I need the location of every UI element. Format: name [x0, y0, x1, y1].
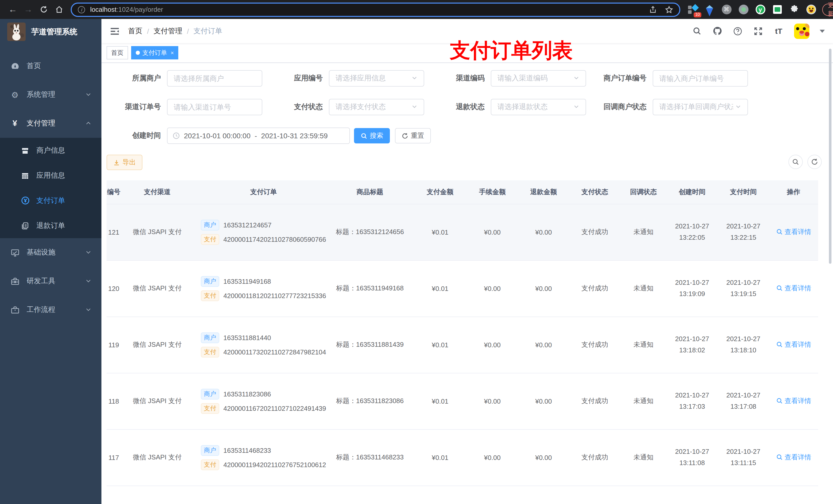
- browser-back-icon[interactable]: ←: [5, 2, 21, 17]
- sidebar-item-refund-order[interactable]: 退款订单: [0, 213, 101, 238]
- tab-close-icon[interactable]: ×: [171, 50, 174, 56]
- pay-tag: 支付: [201, 403, 219, 414]
- owner-input[interactable]: [167, 70, 262, 87]
- table-row: 121 微信 JSAPI 支付 商户1635312124657 支付420000…: [106, 204, 818, 260]
- table-row: 120 微信 JSAPI 支付 商户1635311949168 支付420000…: [106, 260, 818, 316]
- browser-reload-icon[interactable]: [36, 2, 51, 17]
- view-detail-link[interactable]: 查看详情: [776, 284, 811, 293]
- extension-grid-icon[interactable]: 10: [688, 4, 698, 15]
- reset-button[interactable]: 重置: [395, 128, 431, 143]
- search-button[interactable]: 搜索: [354, 128, 390, 143]
- monitor-icon: [10, 248, 20, 257]
- recorder-extension-icon[interactable]: [738, 4, 748, 15]
- help-icon[interactable]: [733, 26, 743, 36]
- tab-label: 支付订单: [142, 48, 167, 57]
- hamburger-icon[interactable]: [110, 26, 120, 36]
- extensions-puzzle-icon[interactable]: [789, 4, 799, 15]
- col-created: 创建时间: [667, 180, 718, 204]
- address-bar[interactable]: i localhost:1024/pay/order: [71, 2, 680, 17]
- chat-extension-icon[interactable]: [772, 4, 782, 15]
- sidebar-item-infra[interactable]: 基础设施: [0, 238, 101, 267]
- extension-row: 10 ⌘ y: [688, 4, 816, 15]
- profile-avatar-icon[interactable]: [806, 4, 816, 15]
- tab-pay-order[interactable]: 支付订单 ×: [131, 46, 178, 59]
- filter-label-owner: 所属商户: [106, 74, 167, 83]
- avatar-caret-icon[interactable]: [820, 29, 825, 32]
- search-icon: [361, 133, 367, 139]
- browser-home-icon[interactable]: [51, 2, 67, 17]
- filter-label-callback-status: 回调商户状态: [592, 102, 653, 112]
- merchant-tag: 商户: [201, 332, 219, 343]
- filter-label-created-time: 创建时间: [106, 131, 167, 140]
- range-end-value: 2021-10-31 23:59:59: [261, 131, 328, 140]
- chrome-update-button[interactable]: 更新: [822, 3, 833, 16]
- sidebar-item-system[interactable]: ⚙ 系统管理: [0, 80, 101, 109]
- merchant-order-no-input[interactable]: [653, 70, 748, 87]
- chevron-down-icon: [86, 277, 91, 285]
- col-paid: 支付时间: [718, 180, 769, 204]
- font-size-icon[interactable]: tT: [774, 26, 784, 36]
- pay-tag: 支付: [201, 290, 219, 301]
- view-detail-link[interactable]: 查看详情: [776, 340, 811, 349]
- view-detail-link[interactable]: 查看详情: [776, 453, 811, 462]
- sidebar-item-pay[interactable]: ¥ 支付管理: [0, 109, 101, 138]
- tab-home[interactable]: 首页: [106, 46, 128, 59]
- chevron-up-icon: [86, 119, 91, 127]
- app-logo[interactable]: 芋道管理系统: [0, 19, 101, 45]
- view-detail-link[interactable]: 查看详情: [776, 227, 811, 237]
- sidebar-item-workflow[interactable]: 工作流程: [0, 295, 101, 324]
- callback-status-select[interactable]: 请选择订单回调商户状态: [653, 99, 748, 115]
- toggle-search-button[interactable]: [788, 155, 803, 169]
- share-icon[interactable]: [649, 6, 657, 13]
- app-select[interactable]: 请选择应用信息: [329, 70, 424, 87]
- breadcrumb-home[interactable]: 首页: [128, 26, 142, 35]
- navbar-actions: tT: [692, 23, 825, 39]
- shop-icon: [21, 146, 30, 154]
- col-amount: 支付金额: [413, 180, 467, 204]
- y-extension-icon[interactable]: y: [755, 4, 765, 15]
- sidebar-item-label: 支付管理: [27, 119, 55, 128]
- refresh-icon: [402, 133, 408, 139]
- table-row: 119 微信 JSAPI 支付 商户1635311881440 支付420000…: [106, 316, 818, 373]
- grid-icon: [21, 171, 30, 179]
- site-info-icon[interactable]: i: [78, 6, 85, 13]
- breadcrumb-pay[interactable]: 支付管理: [154, 26, 182, 35]
- view-detail-link[interactable]: 查看详情: [776, 397, 811, 406]
- sidebar-item-merchant-info[interactable]: 商户信息: [0, 138, 101, 163]
- filter-label-pay-status: 支付状态: [268, 102, 329, 112]
- briefcase-icon: [10, 306, 20, 314]
- channel-code-select[interactable]: 请输入渠道编码: [491, 70, 586, 87]
- bookmark-star-icon[interactable]: [665, 5, 673, 14]
- search-icon[interactable]: [692, 26, 702, 36]
- sidebar-item-home[interactable]: 首页: [0, 52, 101, 80]
- browser-forward-icon[interactable]: →: [21, 2, 36, 17]
- sidebar-item-devtools[interactable]: 研发工具: [0, 267, 101, 295]
- user-avatar[interactable]: [794, 23, 809, 39]
- orders-table: 编号 支付渠道 支付订单 商品标题 支付金额 手续金额 退款金额 支付状态 回调…: [106, 180, 833, 504]
- sidebar-item-label: 基础设施: [27, 248, 55, 257]
- pay-status-select[interactable]: 请选择支付状态: [329, 99, 424, 115]
- magnifier-icon: [776, 398, 783, 404]
- refund-status-select[interactable]: 请选择退款状态: [491, 99, 586, 115]
- merchant-tag: 商户: [201, 388, 219, 399]
- fullscreen-icon[interactable]: [753, 26, 763, 36]
- github-icon[interactable]: [712, 26, 722, 36]
- merchant-tag: 商户: [201, 219, 219, 230]
- chevron-down-icon: [573, 103, 579, 111]
- created-time-range-picker[interactable]: 2021-10-01 00:00:00 - 2021-10-31 23:59:5…: [167, 127, 350, 144]
- sidebar-item-pay-order[interactable]: 支付订单: [0, 188, 101, 213]
- page-scrollbar[interactable]: [829, 49, 831, 264]
- export-button[interactable]: 导出: [106, 155, 142, 170]
- col-refund: 退款金额: [518, 180, 569, 204]
- channel-order-no-input[interactable]: [167, 99, 262, 115]
- col-title: 商品标题: [326, 180, 413, 204]
- sidebar-item-label: 工作流程: [27, 305, 55, 314]
- search-icon: [792, 158, 799, 165]
- sketch-extension-icon[interactable]: [705, 4, 715, 15]
- app-title: 芋道管理系统: [31, 27, 77, 37]
- sidebar-item-app-info[interactable]: 应用信息: [0, 163, 101, 188]
- chevron-down-icon: [86, 306, 91, 314]
- refresh-table-button[interactable]: [807, 155, 822, 169]
- command-extension-icon[interactable]: ⌘: [721, 4, 732, 15]
- col-channel: 支付渠道: [124, 180, 191, 204]
